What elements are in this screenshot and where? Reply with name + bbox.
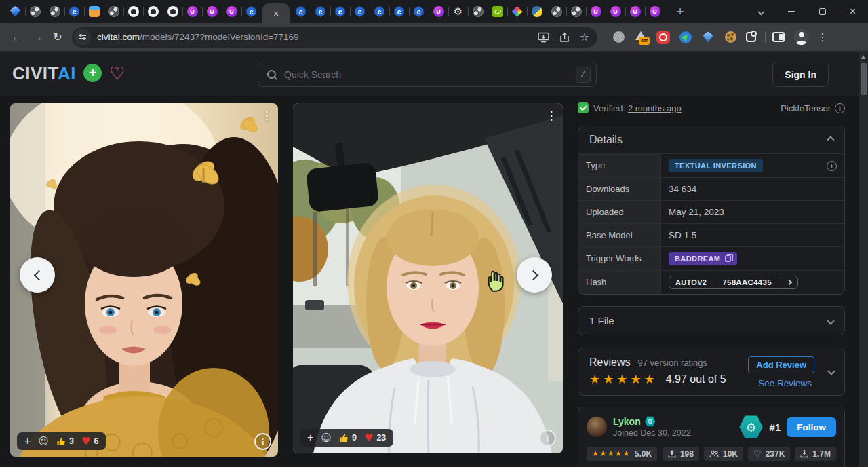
browser-tab[interactable] (123, 0, 143, 23)
scrollbar-thumb[interactable] (861, 63, 867, 95)
browser-tab[interactable] (409, 0, 429, 23)
see-reviews-link[interactable]: See Reviews (758, 378, 812, 388)
gem-extension-icon[interactable] (701, 31, 715, 44)
browser-tab[interactable] (182, 0, 202, 23)
browser-tab[interactable] (202, 0, 222, 23)
browser-tab[interactable] (64, 0, 84, 23)
heart-reaction[interactable]: ♥ 6 (81, 436, 98, 447)
image-info-icon[interactable] (254, 433, 271, 450)
page-scrollbar[interactable] (859, 52, 868, 467)
add-reaction-icon[interactable]: + (307, 432, 313, 443)
share-icon[interactable] (559, 32, 570, 43)
type-info-icon[interactable] (827, 161, 837, 171)
browser-tab[interactable] (350, 0, 370, 23)
browser-tab[interactable] (448, 0, 468, 23)
details-header[interactable]: Details (578, 126, 844, 153)
browser-tab[interactable] (488, 0, 507, 23)
red-ring-extension-icon[interactable] (656, 31, 670, 44)
creator-name[interactable]: Lykon (613, 416, 641, 427)
browser-tab[interactable] (606, 0, 625, 23)
browser-tab[interactable] (507, 0, 527, 23)
browser-menu-icon[interactable]: ⋮ (817, 31, 828, 43)
new-tab-button[interactable]: + (671, 3, 689, 20)
browser-tab[interactable] (311, 0, 330, 23)
hash-value[interactable]: 758AAC4435 (713, 276, 781, 288)
chevron-up-icon (827, 136, 834, 143)
side-panel-icon[interactable] (772, 32, 785, 42)
civitai-logo[interactable]: CIVITAI (12, 64, 76, 82)
follow-button[interactable]: Follow (787, 417, 836, 437)
tab-search-chevron-icon[interactable] (746, 0, 776, 23)
browser-tab[interactable] (566, 0, 586, 23)
card-menu-icon[interactable]: ⋮ (544, 107, 559, 124)
browser-tab[interactable] (586, 0, 606, 23)
support-heart-icon[interactable]: ♡ (109, 64, 125, 82)
browser-tab[interactable] (241, 0, 261, 23)
close-window-button[interactable]: × (837, 0, 868, 23)
blue-green-globe-extension-icon[interactable] (679, 31, 692, 44)
restore-button[interactable] (807, 0, 837, 23)
card-menu-icon[interactable]: ⋮ (259, 107, 274, 124)
trigger-word-badge[interactable]: BADDREAM (669, 252, 737, 265)
bookmark-star-icon[interactable]: ☆ (580, 32, 589, 43)
active-browser-tab[interactable]: × (262, 3, 290, 23)
carousel-next-button[interactable] (517, 257, 552, 293)
tab-close-icon[interactable]: × (273, 9, 279, 18)
browser-tab[interactable] (389, 0, 409, 23)
cookie-extension-icon[interactable] (724, 31, 737, 44)
add-reaction-icon[interactable]: + (24, 436, 31, 447)
puzzle-extension-icon[interactable] (746, 32, 756, 42)
mountain-off-extension-icon[interactable]: off (634, 31, 648, 44)
heart-icon: ♥ (364, 433, 373, 443)
profile-avatar-icon[interactable] (793, 29, 809, 45)
browser-tab[interactable] (330, 0, 350, 23)
url-text[interactable]: civitai.com/models/72437?modelVersionId=… (97, 32, 299, 42)
smiley-reaction-icon[interactable]: ☺ (321, 433, 332, 443)
browser-tab[interactable] (370, 0, 389, 23)
address-bar[interactable]: civitai.com/models/72437?modelVersionId=… (72, 27, 597, 48)
browser-tab[interactable] (5, 0, 25, 23)
hash-pill[interactable]: AUTOV2 758AAC4435 (669, 276, 798, 289)
hash-expand-button[interactable] (781, 276, 797, 288)
forward-icon[interactable]: → (27, 31, 47, 44)
browser-tab[interactable] (291, 0, 311, 23)
search-input[interactable] (284, 69, 576, 80)
uapp-favicon (591, 6, 601, 17)
files-accordion[interactable]: 1 File (578, 306, 845, 335)
browser-tab[interactable] (429, 0, 448, 23)
carousel-prev-button[interactable] (20, 257, 55, 293)
globe-favicon (50, 6, 60, 17)
browser-tab[interactable] (45, 0, 64, 23)
browser-tab[interactable] (163, 0, 182, 23)
quick-search-box[interactable]: / (258, 62, 597, 87)
heart-reaction[interactable]: ♥ 23 (364, 433, 386, 443)
browser-tab[interactable] (625, 0, 645, 23)
reload-icon[interactable]: ↻ (47, 31, 68, 43)
site-info-icon[interactable] (74, 29, 91, 45)
browser-tab[interactable] (468, 0, 488, 23)
browser-tab[interactable] (25, 0, 45, 23)
image-info-icon[interactable] (539, 430, 556, 447)
browser-tab[interactable] (645, 0, 665, 23)
type-badge[interactable]: TEXTUAL INVERSION (669, 159, 763, 172)
back-icon[interactable]: ← (7, 31, 27, 44)
install-icon[interactable] (538, 32, 549, 43)
format-info-icon[interactable] (835, 103, 845, 113)
add-review-button[interactable]: Add Review (748, 356, 814, 373)
browser-tab[interactable] (84, 0, 104, 23)
smiley-reaction-icon[interactable]: ☺ (38, 436, 49, 447)
browser-tab[interactable] (143, 0, 163, 23)
sign-in-button[interactable]: Sign In (772, 62, 829, 87)
browser-tab[interactable] (104, 0, 123, 23)
browser-tab[interactable] (222, 0, 241, 23)
creator-avatar[interactable] (587, 417, 607, 437)
globe-extension-icon[interactable] (612, 31, 625, 44)
browser-tab[interactable] (527, 0, 547, 23)
verified-time-link[interactable]: 2 months ago (628, 103, 682, 113)
create-plus-button[interactable]: + (83, 64, 102, 82)
like-reaction[interactable]: 3 (56, 436, 74, 446)
like-reaction[interactable]: 9 (339, 433, 357, 443)
minimize-button[interactable] (776, 0, 807, 23)
browser-tab[interactable] (547, 0, 566, 23)
scrollbar-up-arrow[interactable] (861, 55, 865, 59)
